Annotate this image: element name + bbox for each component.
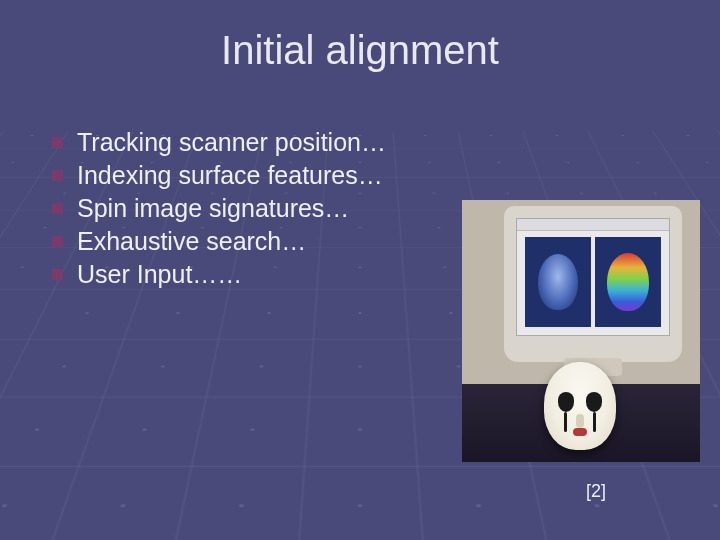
- mask-eye: [586, 392, 602, 412]
- left-pane: [525, 237, 591, 327]
- bullet-icon: [52, 137, 63, 148]
- screen-panes: [525, 237, 661, 327]
- mask-tear: [593, 412, 596, 432]
- mask-tear: [564, 412, 567, 432]
- bullet-text: Exhaustive search…: [77, 227, 306, 256]
- bullet-icon: [52, 236, 63, 247]
- list-item: User Input……: [52, 260, 386, 289]
- bullet-icon: [52, 203, 63, 214]
- list-item: Spin image signatures…: [52, 194, 386, 223]
- mask-prop: [544, 362, 616, 450]
- mask-eye: [558, 392, 574, 412]
- bullet-icon: [52, 269, 63, 280]
- mask-nose: [576, 414, 584, 428]
- list-item: Exhaustive search…: [52, 227, 386, 256]
- window-bar: [517, 219, 669, 231]
- bullet-text: Spin image signatures…: [77, 194, 349, 223]
- right-pane: [595, 237, 661, 327]
- list-item: Indexing surface features…: [52, 161, 386, 190]
- monitor: [504, 206, 682, 362]
- face-heatmap-icon: [607, 253, 649, 311]
- face-mesh-icon: [538, 254, 578, 310]
- slide-image: [462, 200, 700, 462]
- list-item: Tracking scanner position…: [52, 128, 386, 157]
- bullet-list: Tracking scanner position… Indexing surf…: [52, 128, 386, 293]
- bullet-icon: [52, 170, 63, 181]
- bullet-text: Indexing surface features…: [77, 161, 383, 190]
- monitor-screen: [516, 218, 670, 336]
- bullet-text: Tracking scanner position…: [77, 128, 386, 157]
- citation: [2]: [586, 481, 606, 502]
- slide-title: Initial alignment: [0, 28, 720, 73]
- mask-lips: [573, 428, 587, 436]
- bullet-text: User Input……: [77, 260, 242, 289]
